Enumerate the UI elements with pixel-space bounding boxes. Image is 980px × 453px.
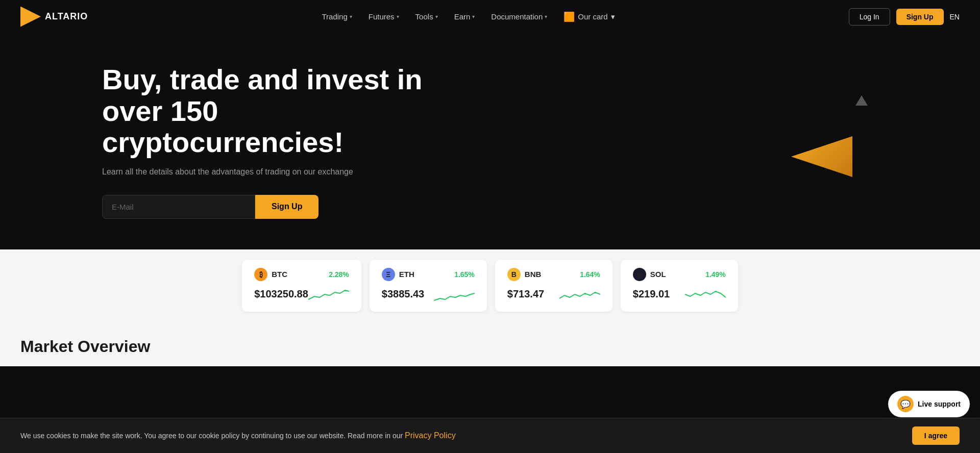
nav-item-earn[interactable]: Earn ▾ — [447, 8, 482, 25]
logo-icon — [20, 7, 41, 27]
sol-change: 1.49% — [705, 270, 726, 279]
bnb-change: 1.64% — [580, 270, 600, 279]
nav-item-futures[interactable]: Futures ▾ — [361, 8, 406, 25]
btc-symbol: BTC — [272, 270, 287, 279]
nav-actions: Log In Sign Up EN — [849, 8, 960, 26]
cone-shape — [791, 136, 852, 177]
hero-content: Buy, trade and invest in over 150 crypto… — [102, 64, 449, 219]
ticker-name-btc: ₿ BTC — [254, 268, 287, 281]
eth-chart — [434, 285, 475, 304]
market-overview-title: Market Overview — [20, 337, 960, 356]
bnb-symbol: BNB — [525, 270, 542, 279]
market-section: Market Overview — [0, 322, 980, 366]
hero-section: Buy, trade and invest in over 150 crypto… — [0, 33, 980, 249]
ticker-card-btc[interactable]: ₿ BTC 2.28% $103250.88 — [242, 260, 361, 312]
eth-icon: Ξ — [382, 268, 395, 281]
chevron-down-icon: ▾ — [611, 12, 615, 21]
ticker-top-sol: ◎ SOL 1.49% — [633, 268, 726, 281]
logo-text: ALTARIO — [45, 11, 88, 22]
nav-label-earn: Earn — [454, 12, 471, 21]
hero-decoration — [776, 90, 878, 192]
chevron-down-icon: ▾ — [435, 14, 438, 19]
nav-menu: Trading ▾ Futures ▾ Tools ▾ Earn ▾ Docum… — [314, 7, 622, 27]
eth-price: $3885.43 — [382, 288, 424, 300]
login-button[interactable]: Log In — [849, 8, 890, 26]
brand: ALTARIO — [20, 7, 88, 27]
nav-item-our-card[interactable]: 🟧 Our card ▾ — [556, 7, 622, 27]
ticker-card-bnb[interactable]: B BNB 1.64% $713.47 — [495, 260, 612, 312]
navbar: ALTARIO Trading ▾ Futures ▾ Tools ▾ Earn… — [0, 0, 980, 33]
chevron-down-icon: ▾ — [472, 14, 475, 19]
nav-item-tools[interactable]: Tools ▾ — [408, 8, 445, 25]
nav-label-our-card: Our card — [578, 12, 607, 21]
nav-label-futures: Futures — [369, 12, 395, 21]
sol-price: $219.01 — [633, 288, 670, 300]
eth-symbol: ETH — [399, 270, 414, 279]
sol-chart — [685, 285, 726, 304]
bnb-icon: B — [507, 268, 521, 281]
ticker-card-sol[interactable]: ◎ SOL 1.49% $219.01 — [621, 260, 738, 312]
nav-label-documentation: Documentation — [491, 12, 543, 21]
nav-label-tools: Tools — [415, 12, 433, 21]
hero-title: Buy, trade and invest in over 150 crypto… — [102, 64, 449, 158]
btc-icon: ₿ — [254, 268, 267, 281]
hero-subtitle: Learn all the details about the advantag… — [102, 167, 449, 177]
ticker-section: ₿ BTC 2.28% $103250.88 Ξ ETH 1.65% — [0, 249, 980, 322]
triangle-shape — [855, 95, 868, 106]
nav-label-trading: Trading — [322, 12, 347, 21]
ticker-top-eth: Ξ ETH 1.65% — [382, 268, 475, 281]
ticker-top-btc: ₿ BTC 2.28% — [254, 268, 349, 281]
language-selector[interactable]: EN — [950, 13, 960, 21]
signup-button-hero[interactable]: Sign Up — [255, 195, 318, 219]
sol-icon: ◎ — [633, 268, 646, 281]
email-input[interactable] — [102, 195, 255, 219]
signup-button-nav[interactable]: Sign Up — [896, 9, 944, 25]
btc-change: 2.28% — [329, 270, 349, 279]
chevron-down-icon: ▾ — [350, 14, 352, 19]
chevron-down-icon: ▾ — [397, 14, 399, 19]
ticker-cards: ₿ BTC 2.28% $103250.88 Ξ ETH 1.65% — [0, 260, 980, 312]
btc-price: $103250.88 — [254, 288, 308, 300]
ticker-bottom-eth: $3885.43 — [382, 285, 475, 304]
bnb-chart — [559, 285, 600, 304]
nav-item-trading[interactable]: Trading ▾ — [314, 8, 359, 25]
eth-change: 1.65% — [454, 270, 475, 279]
ticker-card-eth[interactable]: Ξ ETH 1.65% $3885.43 — [370, 260, 487, 312]
ticker-bottom-bnb: $713.47 — [507, 285, 600, 304]
chevron-down-icon: ▾ — [545, 14, 547, 19]
btc-chart — [308, 285, 349, 304]
ticker-name-eth: Ξ ETH — [382, 268, 414, 281]
ticker-name-bnb: B BNB — [507, 268, 542, 281]
ticker-name-sol: ◎ SOL — [633, 268, 666, 281]
nav-item-documentation[interactable]: Documentation ▾ — [484, 8, 554, 25]
ticker-bottom-sol: $219.01 — [633, 285, 726, 304]
sol-symbol: SOL — [650, 270, 666, 279]
ticker-top-bnb: B BNB 1.64% — [507, 268, 600, 281]
card-icon: 🟧 — [564, 11, 575, 22]
signup-form: Sign Up — [102, 195, 449, 219]
bnb-price: $713.47 — [507, 288, 544, 300]
ticker-bottom-btc: $103250.88 — [254, 285, 349, 304]
